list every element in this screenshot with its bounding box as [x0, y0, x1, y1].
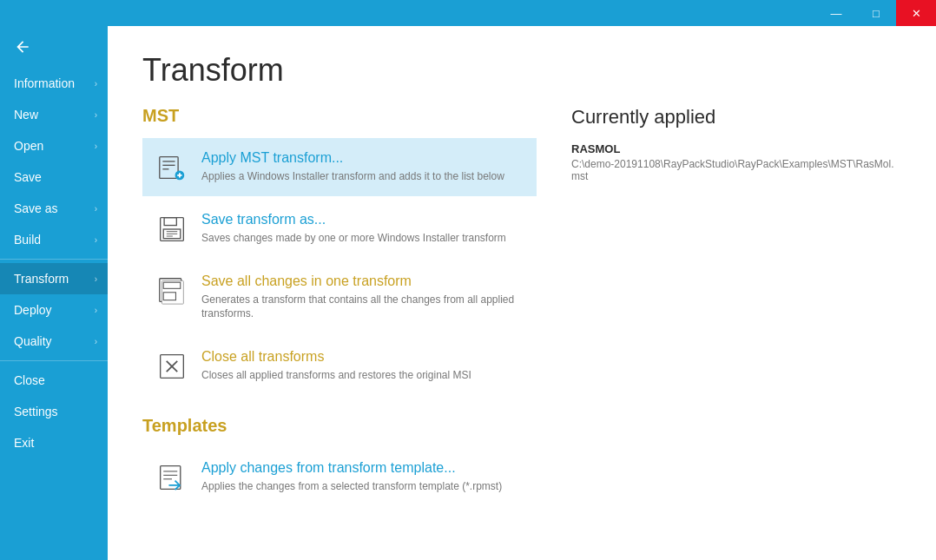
sidebar-item-label: Build — [14, 233, 41, 247]
mst-section-title: MST — [142, 106, 537, 126]
save-transform-icon — [156, 214, 188, 245]
chevron-icon: › — [95, 306, 97, 315]
content-layout: MST A — [142, 106, 901, 510]
save-transform-desc: Saves changes made by one or more Window… — [201, 231, 506, 246]
title-bar: — □ ✕ — [0, 0, 936, 26]
chevron-icon: › — [95, 337, 97, 346]
close-window-button[interactable]: ✕ — [896, 0, 936, 26]
save-all-changes-desc: Generates a transform that contains all … — [201, 293, 523, 322]
left-panel: MST A — [142, 106, 537, 510]
apply-template-title: Apply changes from transform template... — [201, 460, 502, 476]
sidebar-item-label: Quality — [14, 334, 52, 348]
back-button[interactable] — [0, 26, 108, 68]
save-all-changes-icon — [156, 275, 188, 306]
apply-template-desc: Applies the changes from a selected tran… — [201, 479, 502, 494]
sidebar-item-open[interactable]: Open › — [0, 130, 108, 161]
applied-item-name: RASMOL — [571, 142, 901, 155]
save-all-changes-title: Save all changes in one transform — [201, 273, 523, 289]
sidebar-item-label: Save — [14, 170, 42, 184]
svg-rect-8 — [164, 217, 176, 225]
applied-item-path: C:\demo-20191108\RayPackStudio\RayPack\E… — [571, 158, 901, 182]
apply-mst-title: Apply MST transform... — [201, 150, 504, 166]
sidebar-item-new[interactable]: New › — [0, 99, 108, 130]
sidebar-item-label: New — [14, 108, 38, 122]
apply-template-icon — [156, 462, 188, 493]
close-all-title-highlight: all transforms — [241, 349, 324, 364]
apply-template-text: Apply changes from transform template...… — [201, 460, 502, 494]
page-title: Transform — [142, 52, 901, 89]
apply-template-action[interactable]: Apply changes from transform template...… — [142, 448, 537, 506]
sidebar-item-label: Close — [14, 373, 45, 387]
sidebar-item-label: Save as — [14, 201, 58, 215]
sidebar: Information › New › Open › Save Save as … — [0, 26, 108, 560]
sidebar-item-transform[interactable]: Transform › — [0, 263, 108, 294]
sidebar-divider — [0, 259, 108, 260]
apply-mst-action[interactable]: Apply MST transform... Applies a Windows… — [142, 138, 537, 196]
sidebar-divider — [0, 360, 108, 361]
app-body: Information › New › Open › Save Save as … — [0, 26, 936, 560]
save-transform-text: Save transform as... Saves changes made … — [201, 212, 506, 246]
sidebar-item-save[interactable]: Save — [0, 161, 108, 193]
sidebar-item-label: Transform — [14, 272, 69, 286]
sidebar-item-label: Exit — [14, 436, 34, 450]
close-all-transforms-desc: Closes all applied transforms and restor… — [201, 368, 471, 383]
chevron-icon: › — [95, 204, 97, 214]
save-all-title-part1: Save — [201, 273, 237, 288]
sidebar-item-deploy[interactable]: Deploy › — [0, 294, 108, 326]
sidebar-item-settings[interactable]: Settings — [0, 396, 108, 427]
chevron-icon: › — [95, 79, 97, 89]
close-all-transforms-action[interactable]: Close all transforms Closes all applied … — [142, 337, 537, 395]
chevron-icon: › — [95, 142, 97, 151]
main-content: Transform MST — [108, 26, 936, 560]
templates-section: Templates — [142, 416, 537, 506]
chevron-icon: › — [95, 110, 97, 120]
sidebar-item-label: Information — [14, 76, 75, 90]
save-all-changes-text: Save all changes in one transform Genera… — [201, 273, 523, 322]
chevron-icon: › — [95, 235, 97, 245]
templates-section-title: Templates — [142, 416, 537, 436]
sidebar-item-build[interactable]: Build › — [0, 224, 108, 255]
minimize-button[interactable]: — — [816, 0, 856, 26]
chevron-icon: › — [95, 274, 97, 284]
save-transform-action[interactable]: Save transform as... Saves changes made … — [142, 200, 537, 258]
sidebar-item-quality[interactable]: Quality › — [0, 326, 108, 357]
apply-mst-icon — [156, 152, 188, 183]
save-transform-title: Save transform as... — [201, 212, 506, 227]
currently-applied-title: Currently applied — [571, 106, 901, 128]
close-all-transforms-text: Close all transforms Closes all applied … — [201, 349, 471, 383]
sidebar-item-exit[interactable]: Exit — [0, 427, 108, 458]
sidebar-item-information[interactable]: Information › — [0, 68, 108, 99]
save-all-title-highlight: all changes in one transform — [237, 273, 412, 288]
close-all-transforms-title: Close all transforms — [201, 349, 471, 365]
apply-mst-text: Apply MST transform... Applies a Windows… — [201, 150, 504, 184]
close-all-title-part1: Close — [201, 349, 241, 364]
sidebar-item-label: Open — [14, 139, 43, 153]
apply-mst-desc: Applies a Windows Installer transform an… — [201, 169, 504, 184]
sidebar-item-close[interactable]: Close — [0, 365, 108, 396]
sidebar-item-label: Settings — [14, 405, 58, 418]
close-all-transforms-icon — [156, 351, 188, 382]
sidebar-item-label: Deploy — [14, 303, 52, 317]
save-all-changes-action[interactable]: Save all changes in one transform Genera… — [142, 261, 537, 334]
sidebar-item-save-as[interactable]: Save as › — [0, 193, 108, 224]
right-panel: Currently applied RASMOL C:\demo-2019110… — [571, 106, 901, 510]
maximize-button[interactable]: □ — [856, 0, 896, 26]
